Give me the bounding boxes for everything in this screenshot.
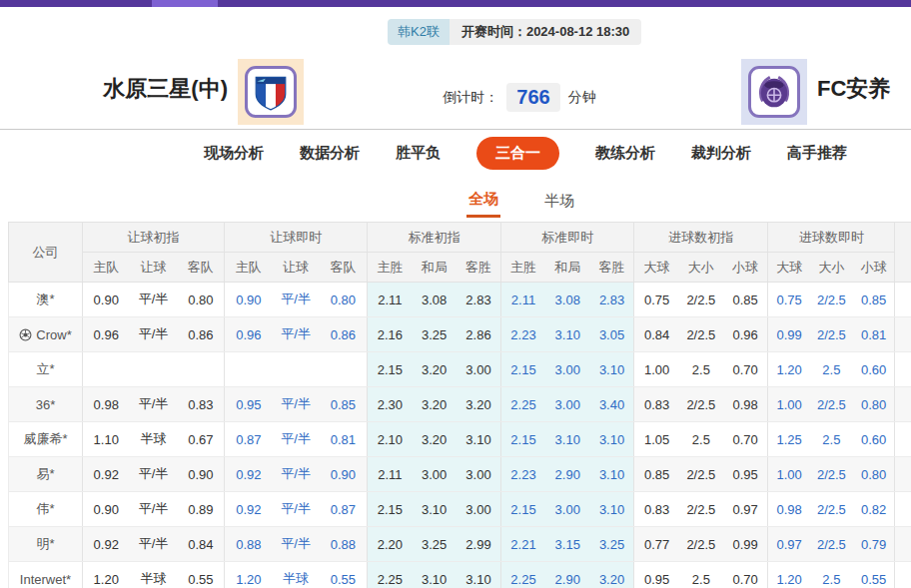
odds-cell-handicap_live-0[interactable]: 0.92 — [225, 492, 273, 527]
company-cell[interactable]: 易* — [9, 457, 83, 492]
odds-cell-standard_live-0[interactable]: 2.25 — [501, 562, 545, 588]
odds-cell-standard_live-2[interactable]: 2.83 — [590, 283, 634, 317]
odds-cell-goals_live-1[interactable]: 2/2.5 — [810, 457, 853, 492]
odds-cell-handicap_live-1[interactable]: 半球 — [273, 562, 320, 588]
odds-cell-standard_live-2[interactable]: 3.10 — [590, 352, 634, 387]
odds-cell-handicap_live-2[interactable]: 0.85 — [320, 387, 368, 422]
odds-cell-standard_live-0[interactable]: 2.15 — [501, 492, 545, 527]
odds-cell-handicap_live-1[interactable]: 平/半 — [273, 283, 320, 317]
nav-item-6[interactable]: 高手推荐 — [787, 144, 847, 163]
odds-cell-handicap_live-0[interactable]: 0.88 — [225, 527, 273, 562]
odds-cell-standard_live-1[interactable]: 3.00 — [545, 492, 590, 527]
odds-cell-goals_live-0[interactable]: 0.98 — [768, 492, 810, 527]
odds-cell-handicap_live-2[interactable]: 0.90 — [320, 457, 368, 492]
odds-cell-standard_live-2[interactable]: 3.20 — [590, 562, 634, 588]
odds-cell-standard_live-0[interactable]: 2.23 — [501, 317, 545, 352]
odds-cell-handicap_live-1[interactable]: 平/半 — [273, 422, 320, 457]
odds-cell-goals_live-1[interactable]: 2.5 — [810, 352, 853, 387]
odds-cell-handicap_live-1[interactable]: 平/半 — [273, 387, 320, 422]
company-cell[interactable]: 伟* — [9, 492, 83, 527]
odds-cell-handicap_live-0[interactable]: 0.92 — [225, 457, 273, 492]
odds-cell-goals_live-2[interactable]: 0.60 — [853, 352, 895, 387]
company-cell[interactable]: Interwet* — [9, 562, 83, 588]
company-cell[interactable]: 澳* — [9, 283, 83, 317]
odds-cell-goals_live-2[interactable]: 0.81 — [853, 317, 895, 352]
odds-cell-handicap_live-2[interactable]: 0.88 — [320, 527, 368, 562]
odds-cell-handicap_live-1[interactable]: 平/半 — [273, 457, 320, 492]
company-cell[interactable]: 立* — [9, 352, 83, 387]
odds-cell-goals_live-1[interactable]: 2/2.5 — [810, 283, 853, 317]
odds-cell-standard_live-0[interactable]: 2.21 — [501, 527, 545, 562]
company-cell[interactable]: 威廉希* — [9, 422, 83, 457]
odds-cell-handicap_live-2[interactable]: 0.81 — [320, 422, 368, 457]
odds-cell-handicap_live-2[interactable]: 0.55 — [320, 562, 368, 588]
odds-cell-goals_live-1[interactable]: 2.5 — [810, 422, 853, 457]
odds-cell-goals_live-2[interactable]: 0.82 — [853, 492, 895, 527]
odds-cell-standard_live-1[interactable]: 3.15 — [545, 527, 590, 562]
odds-cell-goals_live-1[interactable]: 2/2.5 — [810, 527, 853, 562]
odds-cell-goals_live-0[interactable]: 1.00 — [768, 457, 810, 492]
odds-cell-standard_live-2[interactable]: 3.40 — [590, 387, 634, 422]
odds-cell-standard_live-0[interactable]: 2.25 — [501, 387, 545, 422]
company-cell[interactable]: 明* — [9, 527, 83, 562]
odds-cell-handicap_live-0[interactable] — [225, 352, 273, 387]
odds-cell-handicap_live-0[interactable]: 1.20 — [225, 562, 273, 588]
odds-cell-standard_live-2[interactable]: 3.10 — [590, 422, 634, 457]
odds-cell-standard_live-1[interactable]: 3.00 — [545, 387, 590, 422]
odds-cell-handicap_live-0[interactable]: 0.87 — [225, 422, 273, 457]
odds-cell-handicap_live-0[interactable]: 0.90 — [225, 283, 273, 317]
odds-cell-goals_live-2[interactable]: 0.79 — [853, 527, 895, 562]
company-cell[interactable]: 36* — [9, 387, 83, 422]
league-badge[interactable]: 韩K2联 — [388, 19, 450, 45]
odds-cell-goals_live-1[interactable]: 2.5 — [810, 562, 853, 588]
odds-cell-goals_live-2[interactable]: 0.55 — [853, 562, 895, 588]
odds-cell-standard_live-0[interactable]: 2.23 — [501, 457, 545, 492]
odds-cell-goals_live-0[interactable]: 1.20 — [768, 562, 810, 588]
odds-cell-standard_live-1[interactable]: 2.90 — [545, 457, 590, 492]
odds-cell-handicap_live-2[interactable]: 0.86 — [320, 317, 368, 352]
odds-cell-goals_live-0[interactable]: 0.99 — [768, 317, 810, 352]
odds-cell-standard_live-2[interactable]: 3.05 — [590, 317, 634, 352]
odds-cell-goals_live-2[interactable]: 0.80 — [853, 457, 895, 492]
odds-cell-handicap_live-2[interactable]: 0.87 — [320, 492, 368, 527]
odds-cell-goals_live-0[interactable]: 1.00 — [768, 387, 810, 422]
odds-cell-goals_live-1[interactable]: 2/2.5 — [810, 492, 853, 527]
odds-cell-goals_live-0[interactable]: 0.75 — [768, 283, 810, 317]
nav-item-2[interactable]: 胜平负 — [396, 144, 441, 163]
odds-cell-handicap_live-0[interactable]: 0.96 — [225, 317, 273, 352]
odds-cell-handicap_live-1[interactable]: 平/半 — [273, 492, 320, 527]
scroll-thumb[interactable] — [152, 0, 218, 7]
odds-cell-goals_live-0[interactable]: 1.25 — [768, 422, 810, 457]
odds-cell-goals_live-1[interactable]: 2/2.5 — [810, 387, 853, 422]
nav-item-1[interactable]: 数据分析 — [300, 144, 360, 163]
odds-cell-goals_live-0[interactable]: 1.20 — [768, 352, 810, 387]
odds-cell-standard_live-2[interactable]: 3.10 — [590, 457, 634, 492]
odds-cell-handicap_live-2[interactable] — [320, 352, 368, 387]
odds-cell-goals_live-1[interactable]: 2/2.5 — [810, 317, 853, 352]
nav-item-0[interactable]: 现场分析 — [204, 144, 264, 163]
odds-cell-standard_live-0[interactable]: 2.11 — [501, 283, 545, 317]
odds-cell-standard_live-2[interactable]: 3.10 — [590, 492, 634, 527]
odds-cell-standard_live-1[interactable]: 2.90 — [545, 562, 590, 588]
nav-item-5[interactable]: 裁判分析 — [691, 144, 751, 163]
odds-cell-handicap_live-1[interactable] — [273, 352, 320, 387]
odds-cell-goals_live-2[interactable]: 0.60 — [853, 422, 895, 457]
period-tab-0[interactable]: 全场 — [466, 181, 500, 218]
odds-cell-handicap_live-1[interactable]: 平/半 — [273, 527, 320, 562]
odds-cell-handicap_live-2[interactable]: 0.80 — [320, 283, 368, 317]
nav-item-4[interactable]: 教练分析 — [595, 144, 655, 163]
odds-cell-handicap_live-1[interactable]: 平/半 — [273, 317, 320, 352]
odds-cell-handicap_live-0[interactable]: 0.95 — [225, 387, 273, 422]
odds-cell-goals_live-0[interactable]: 0.97 — [768, 527, 810, 562]
company-cell[interactable]: Crow* — [9, 317, 83, 352]
odds-cell-standard_live-0[interactable]: 2.15 — [501, 422, 545, 457]
odds-cell-standard_live-1[interactable]: 3.08 — [545, 283, 590, 317]
odds-cell-standard_live-1[interactable]: 3.00 — [545, 352, 590, 387]
odds-cell-goals_live-2[interactable]: 0.80 — [853, 387, 895, 422]
odds-cell-standard_live-0[interactable]: 2.15 — [501, 352, 545, 387]
odds-cell-standard_live-2[interactable]: 3.25 — [590, 527, 634, 562]
period-tab-1[interactable]: 半场 — [542, 183, 576, 217]
odds-cell-standard_live-1[interactable]: 3.10 — [545, 422, 590, 457]
nav-item-3[interactable]: 三合一 — [476, 137, 559, 170]
odds-cell-standard_live-1[interactable]: 3.10 — [545, 317, 590, 352]
